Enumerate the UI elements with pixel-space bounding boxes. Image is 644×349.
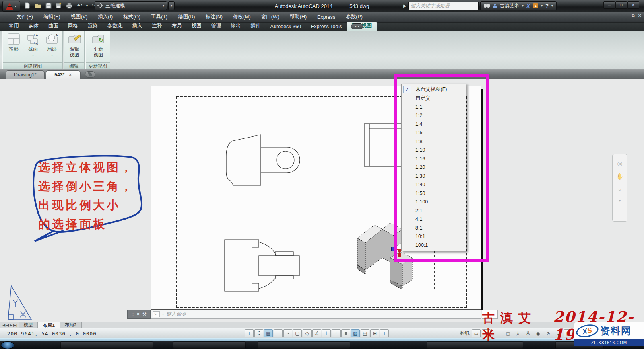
new-drawing-button[interactable] xyxy=(85,71,95,78)
search-icon[interactable] xyxy=(484,4,490,8)
menu-help[interactable]: 帮助(H) xyxy=(285,12,312,22)
tab-express-tools[interactable]: Express Tools xyxy=(306,23,347,31)
dynamic-ucs-toggle[interactable]: ⊥ xyxy=(322,329,331,337)
undo-dropdown-icon[interactable]: ▾ xyxy=(86,4,88,8)
start-orb[interactable] xyxy=(1,341,14,349)
grid-display-toggle[interactable]: ▦ xyxy=(264,329,273,337)
tab-model[interactable]: 模型 xyxy=(19,322,38,328)
tab-output[interactable]: 输出 xyxy=(226,22,246,31)
ortho-toggle[interactable]: ∟ xyxy=(274,329,283,337)
detail-button[interactable]: A 局部 ▾ xyxy=(43,33,61,58)
snap-toggle[interactable]: + xyxy=(245,329,254,337)
first-layout-icon[interactable]: |◀ xyxy=(2,323,5,327)
tab-layout2[interactable]: 布局2 xyxy=(60,322,82,328)
application-menu-button[interactable]: ▾ xyxy=(2,1,20,12)
selection-cycling-toggle[interactable]: ⊞ xyxy=(370,329,379,337)
tab-home[interactable]: 常用 xyxy=(4,22,24,31)
taskbar-app-button[interactable] xyxy=(258,341,350,349)
group-label-update-view[interactable]: 更新视图 xyxy=(86,62,110,69)
file-tab-drawing1[interactable]: Drawing1* xyxy=(6,70,45,79)
tab-mesh[interactable]: 网格 xyxy=(63,22,83,31)
undo-button[interactable]: ↶ xyxy=(76,2,84,10)
doc-close-button[interactable]: ✕ xyxy=(638,13,642,18)
polar-tracking-toggle[interactable]: ◔ xyxy=(283,329,292,337)
prev-layout-icon[interactable]: ◀ xyxy=(6,323,9,327)
section-dropdown-icon[interactable]: ▾ xyxy=(32,53,34,58)
tab-annotate[interactable]: 注释 xyxy=(147,22,167,31)
otrack-toggle[interactable]: ∠ xyxy=(312,329,321,337)
open-file-button[interactable] xyxy=(34,2,42,10)
dynamic-input-toggle[interactable]: ± xyxy=(332,329,341,337)
detail-dropdown-icon[interactable]: ▾ xyxy=(51,53,53,58)
command-prompt-icon[interactable]: >_ xyxy=(153,311,160,317)
menu-file[interactable]: 文件(F) xyxy=(11,12,38,22)
tab-manage[interactable]: 管理 xyxy=(206,22,226,31)
menu-insert[interactable]: 插入(I) xyxy=(93,12,118,22)
navigation-bar[interactable]: ◎ ✋ ⌕ ▾ xyxy=(612,154,627,222)
tab-surface[interactable]: 曲面 xyxy=(43,22,63,31)
group-label-create-view[interactable]: 创建视图 xyxy=(3,62,62,69)
close-tab-icon[interactable]: ✕ xyxy=(68,72,72,78)
updates-icon[interactable]: ▲ xyxy=(533,3,538,8)
osnap-toggle[interactable]: ▢ xyxy=(293,329,302,337)
annotation-monitor-toggle[interactable]: + xyxy=(380,329,389,337)
menu-window[interactable]: 窗口(W) xyxy=(256,12,285,22)
drawing-view-top[interactable] xyxy=(217,128,310,192)
section-button[interactable]: AA 截面 ▾ xyxy=(24,33,42,58)
grid-snap-toggle[interactable]: ⠿ xyxy=(254,329,263,337)
menu-dimension[interactable]: 标注(N) xyxy=(200,12,228,22)
group-label-edit[interactable]: 编辑 xyxy=(64,62,84,69)
3d-osnap-toggle[interactable]: ◇ xyxy=(303,329,312,337)
close-icon[interactable]: ✕ xyxy=(136,312,140,317)
update-view-button[interactable]: ↻ 更新视图 xyxy=(89,33,107,57)
menu-view[interactable]: 视图(V) xyxy=(66,12,93,22)
menu-format[interactable]: 格式(O) xyxy=(118,12,146,22)
tab-autodesk360[interactable]: Autodesk 360 xyxy=(266,23,306,31)
quick-properties-toggle[interactable]: ▤ xyxy=(361,329,369,337)
toolbar-overflow-button[interactable]: ▾ xyxy=(168,1,175,10)
minimize-button[interactable]: ─ xyxy=(603,1,615,9)
tab-solid[interactable]: 实体 xyxy=(24,22,43,31)
transparency-toggle[interactable]: ▨ xyxy=(351,329,360,337)
tab-insert[interactable]: 插入 xyxy=(128,22,147,31)
file-tab-543[interactable]: 543* ✕ xyxy=(46,70,80,79)
save-as-button[interactable] xyxy=(55,2,63,10)
infocenter-collapse-icon[interactable]: ▶ xyxy=(403,4,407,8)
tab-parametric[interactable]: 参数化 xyxy=(103,22,128,31)
pan-hand-icon[interactable]: ✋ xyxy=(616,173,624,180)
plot-button[interactable] xyxy=(65,2,73,10)
signed-in-username[interactable]: 古滇艾米 xyxy=(500,2,519,9)
search-input[interactable]: 键入关键字或短语 xyxy=(408,2,479,10)
doc-minimize-button[interactable]: ─ xyxy=(625,13,628,18)
taskbar-app-button[interactable] xyxy=(173,341,246,349)
menu-modify[interactable]: 修改(M) xyxy=(228,12,256,22)
taskbar-app-button[interactable] xyxy=(60,341,153,349)
edit-view-button[interactable]: 编辑视图 xyxy=(65,33,84,57)
workspace-switcher[interactable]: 三维建模 ▾ xyxy=(95,1,167,10)
drawing-view-bottom[interactable] xyxy=(219,236,306,295)
ribbon-minimize-button[interactable]: ●▾ xyxy=(351,23,363,29)
updates-dropdown-icon[interactable]: ▾ xyxy=(541,4,543,8)
menu-draw[interactable]: 绘图(D) xyxy=(173,12,200,22)
tab-layout1[interactable]: 布局1 xyxy=(38,322,60,328)
recent-commands-icon[interactable]: ▾ xyxy=(162,312,164,316)
projection-button[interactable]: 投影 xyxy=(4,33,23,52)
last-layout-icon[interactable]: ▶| xyxy=(13,323,17,327)
model-paper-icon[interactable]: ▭ xyxy=(472,329,481,337)
menu-express[interactable]: Express xyxy=(312,12,341,22)
user-dropdown-icon[interactable]: ▾ xyxy=(522,4,524,8)
wrench-icon[interactable]: ⚒ xyxy=(142,312,147,317)
new-file-button[interactable] xyxy=(23,2,31,10)
steering-wheel-icon[interactable]: ◎ xyxy=(617,160,622,167)
help-icon[interactable]: ? xyxy=(545,3,549,9)
menu-tools[interactable]: 工具(T) xyxy=(146,12,173,22)
close-button[interactable]: ✕ xyxy=(627,1,639,9)
menu-edit[interactable]: 编辑(E) xyxy=(38,12,66,22)
command-input[interactable]: >_ ▾ 键入命令 xyxy=(151,310,481,319)
tab-layout[interactable]: 布局 xyxy=(167,22,187,31)
tab-plugins[interactable]: 插件 xyxy=(246,22,266,31)
next-layout-icon[interactable]: ▶ xyxy=(10,323,12,327)
zoom-icon[interactable]: ⌕ xyxy=(618,186,621,193)
tab-render[interactable]: 渲染 xyxy=(83,22,103,31)
paper-space-label[interactable]: 图纸 xyxy=(460,330,470,337)
